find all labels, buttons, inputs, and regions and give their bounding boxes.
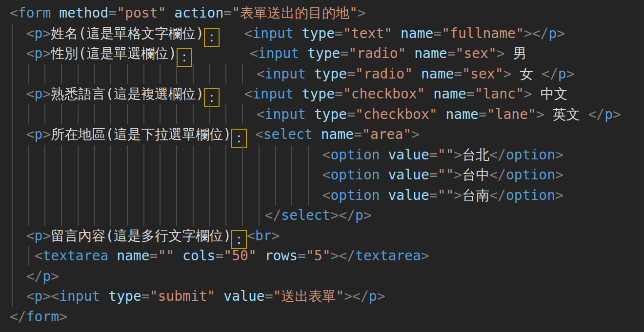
token-tag-name: br — [255, 228, 272, 244]
token-punctuation: < — [244, 25, 253, 41]
token-punctuation: = — [108, 5, 117, 21]
token-punctuation: = — [215, 248, 223, 264]
token-punctuation: = — [429, 147, 438, 163]
code-line[interactable]: <form method="post" action="表單送出的目的地"> — [0, 3, 644, 23]
token-tag-name: p — [35, 25, 43, 41]
code-editor[interactable]: <form method="post" action="表單送出的目的地"> <… — [0, 0, 644, 332]
token-punctuation: < — [51, 288, 59, 304]
token-string: "sex" — [462, 66, 503, 82]
code-line[interactable]: <p><input type="submit" value="送出表單"></p… — [0, 286, 644, 307]
token-text — [10, 147, 322, 163]
token-punctuation: > — [555, 187, 564, 203]
code-line[interactable]: <option value="">台南</option> — [0, 185, 644, 206]
token-punctuation: < — [26, 45, 35, 61]
token-attribute-name: type — [302, 86, 335, 102]
token-string: "lanc" — [475, 86, 524, 102]
token-punctuation: < — [322, 187, 331, 203]
token-string: "text" — [343, 25, 392, 41]
token-punctuation: > — [497, 45, 505, 61]
token-string: "5" — [306, 248, 331, 264]
token-text: 台北 — [462, 147, 489, 163]
token-string: "" — [438, 147, 454, 163]
token-attribute-name: name — [321, 126, 354, 142]
token-punctuation: </ — [339, 207, 355, 223]
token-string: "checkbox" — [355, 106, 438, 122]
token-tag-name: option — [506, 187, 555, 203]
token-tag-name: p — [355, 207, 363, 223]
token-tag-name: p — [35, 45, 43, 61]
token-tag-name: p — [558, 66, 566, 82]
token-punctuation: > — [331, 248, 339, 264]
token-string: "radio" — [355, 66, 413, 82]
token-tag-name: option — [330, 167, 380, 183]
token-text — [380, 147, 388, 163]
code-line[interactable]: <p>熟悉語言(這是複選欄位)： <input type="checkbox" … — [0, 84, 644, 104]
token-punctuation: < — [244, 86, 253, 102]
token-punctuation: = — [429, 187, 438, 203]
token-tag-name: option — [506, 147, 555, 163]
token-punctuation: > — [503, 66, 512, 82]
token-text: 留言內容(這是多行文字欄位) — [51, 228, 231, 244]
code-line[interactable]: </form> — [0, 307, 644, 327]
token-punctuation: < — [26, 126, 35, 142]
token-text — [380, 187, 388, 203]
token-punctuation: < — [250, 45, 258, 61]
token-text: 女 — [511, 66, 542, 82]
code-line[interactable]: <input type="checkbox" name="lane"> 英文 <… — [0, 104, 644, 125]
token-text — [294, 86, 302, 102]
token-punctuation: = — [265, 288, 273, 304]
token-attribute-name: action — [174, 5, 223, 21]
token-text — [10, 207, 265, 223]
code-line[interactable]: <p>姓名(這是單格文字欄位)： <input type="text" name… — [0, 23, 644, 44]
token-text — [100, 288, 108, 304]
token-tag-name: select — [263, 126, 313, 142]
token-punctuation: > — [42, 228, 51, 244]
token-punctuation: > — [42, 126, 51, 142]
token-text: 姓名(這是單格文字欄位) — [51, 25, 204, 41]
code-line[interactable]: <textarea name="" cols="50" rows="5"></t… — [0, 246, 644, 266]
token-text — [51, 5, 59, 21]
token-punctuation: > — [454, 167, 462, 183]
token-punctuation: > — [42, 86, 51, 102]
token-string: "sex" — [456, 45, 497, 61]
token-text — [392, 25, 401, 41]
token-tag-name: p — [35, 126, 43, 142]
token-text — [10, 25, 26, 41]
token-tag-name: p — [42, 268, 51, 284]
token-punctuation: < — [322, 167, 331, 183]
token-punctuation: < — [247, 228, 255, 244]
token-attribute-name: type — [307, 45, 340, 61]
token-punctuation: > — [421, 248, 429, 264]
token-punctuation: > — [344, 288, 352, 304]
token-attribute-name: name — [421, 66, 454, 82]
token-punctuation: = — [479, 106, 487, 122]
token-punctuation: </ — [532, 25, 549, 41]
code-line[interactable]: <p>留言內容(這是多行文字欄位)：<br> — [0, 226, 644, 246]
token-text: 性別(這是單選欄位) — [51, 45, 177, 61]
token-punctuation: < — [257, 66, 265, 82]
token-text — [247, 126, 255, 142]
token-punctuation: </ — [352, 288, 369, 304]
token-punctuation: < — [26, 228, 35, 244]
token-string: "lane" — [487, 106, 536, 122]
token-punctuation: = — [466, 86, 475, 102]
token-punctuation: = — [347, 106, 355, 122]
token-punctuation: > — [59, 309, 67, 325]
token-string: "post" — [117, 5, 166, 21]
token-text: 英文 — [544, 106, 588, 122]
code-line[interactable]: <p>所在地區(這是下拉選單欄位)： <select name="area"> — [0, 124, 644, 145]
code-line[interactable]: <option value="">台北</option> — [0, 145, 644, 165]
token-punctuation: = — [335, 86, 343, 102]
token-string: "表單送出的目的地" — [232, 5, 358, 21]
token-tag-name: p — [604, 106, 613, 122]
token-punctuation: </ — [26, 268, 43, 284]
token-attribute-name: value — [388, 147, 429, 163]
token-punctuation: > — [330, 207, 339, 223]
code-line[interactable]: <p>性別(這是單選欄位)： <input type="radio" name=… — [0, 43, 644, 64]
code-line[interactable]: </select></p> — [0, 205, 644, 226]
code-line[interactable]: </p> — [0, 266, 644, 287]
code-line[interactable]: <input type="radio" name="sex"> 女 </p> — [0, 64, 644, 84]
token-tag-name: select — [281, 207, 330, 223]
code-line[interactable]: <option value="">台中</option> — [0, 165, 644, 185]
token-punctuation: = — [354, 126, 362, 142]
